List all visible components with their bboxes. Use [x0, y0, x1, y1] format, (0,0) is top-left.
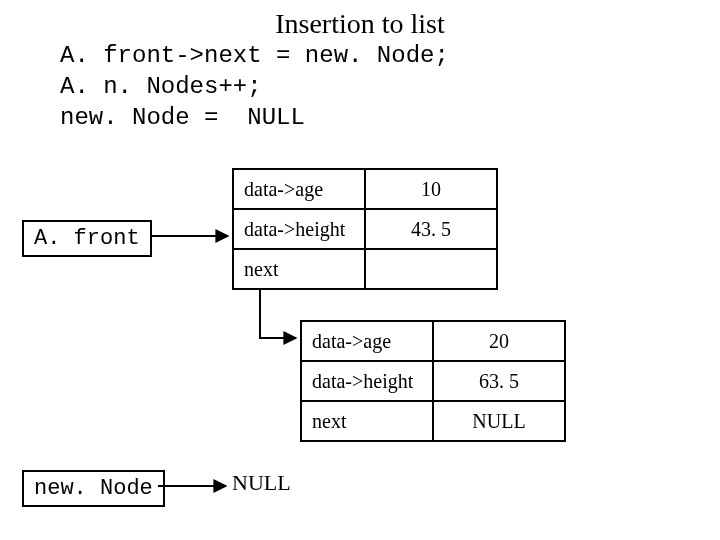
node2-height-val: 63. 5	[433, 361, 565, 401]
node1-next-val	[365, 249, 497, 289]
newnode-box: new. Node	[22, 470, 165, 507]
table-row: data->height 43. 5	[233, 209, 497, 249]
table-row: data->height 63. 5	[301, 361, 565, 401]
null-label: NULL	[232, 470, 291, 496]
node1-age-val: 10	[365, 169, 497, 209]
table-row: next	[233, 249, 497, 289]
node2-next-val: NULL	[433, 401, 565, 441]
node2-next-key: next	[301, 401, 433, 441]
node1-age-key: data->age	[233, 169, 365, 209]
afront-box: A. front	[22, 220, 152, 257]
node1-table: data->age 10 data->height 43. 5 next	[232, 168, 498, 290]
node2-table: data->age 20 data->height 63. 5 next NUL…	[300, 320, 566, 442]
node1-height-key: data->height	[233, 209, 365, 249]
node2-age-val: 20	[433, 321, 565, 361]
arrow-node1-node2	[260, 290, 296, 338]
table-row: data->age 10	[233, 169, 497, 209]
table-row: data->age 20	[301, 321, 565, 361]
node1-next-key: next	[233, 249, 365, 289]
node2-height-key: data->height	[301, 361, 433, 401]
code-block: A. front->next = new. Node; A. n. Nodes+…	[60, 40, 449, 134]
node1-height-val: 43. 5	[365, 209, 497, 249]
slide-title: Insertion to list	[0, 8, 720, 40]
table-row: next NULL	[301, 401, 565, 441]
node2-age-key: data->age	[301, 321, 433, 361]
